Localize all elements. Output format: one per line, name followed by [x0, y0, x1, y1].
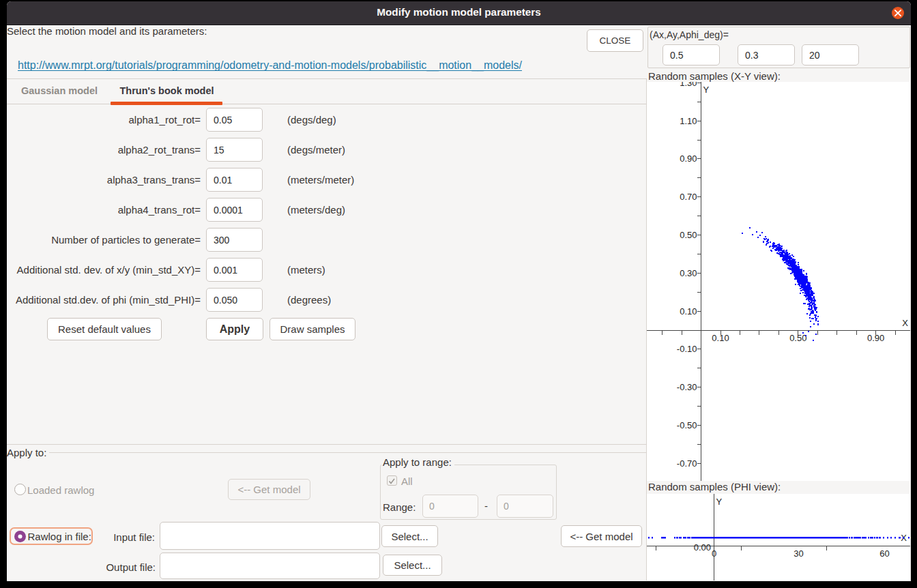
svg-text:0.70: 0.70 [680, 192, 697, 202]
svg-text:0.90: 0.90 [867, 333, 884, 343]
svg-text:1.30: 1.30 [680, 82, 697, 88]
svg-text:X: X [902, 318, 908, 328]
svg-text:Y: Y [716, 497, 723, 507]
svg-text:0.30: 0.30 [680, 268, 697, 278]
svg-text:-0.50: -0.50 [677, 420, 697, 430]
svg-text:0.10: 0.10 [680, 306, 697, 317]
svg-text:0.10: 0.10 [712, 333, 729, 343]
svg-text:Y: Y [703, 85, 710, 95]
svg-text:60: 60 [879, 548, 889, 559]
svg-text:30: 30 [794, 548, 803, 559]
svg-text:0: 0 [712, 548, 716, 559]
svg-text:1.10: 1.10 [680, 116, 697, 126]
svg-text:0.50: 0.50 [789, 333, 806, 343]
svg-text:-0.10: -0.10 [677, 344, 697, 354]
svg-text:-0.30: -0.30 [677, 382, 697, 392]
svg-text:0.00: 0.00 [694, 542, 711, 553]
svg-text:-0.70: -0.70 [677, 458, 697, 469]
svg-text:0.50: 0.50 [680, 230, 697, 240]
svg-text:0.90: 0.90 [680, 153, 697, 164]
